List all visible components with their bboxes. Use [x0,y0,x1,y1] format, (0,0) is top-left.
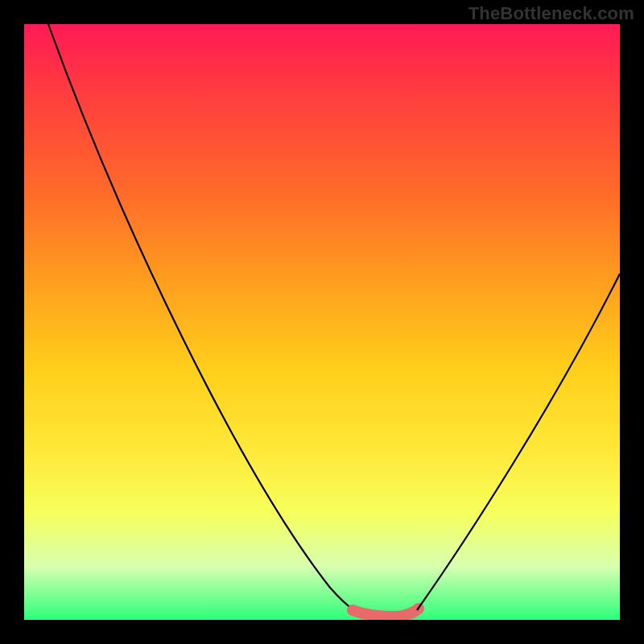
chart-frame: TheBottleneck.com [0,0,644,644]
plot-area [24,24,620,620]
curve-right-branch [417,274,620,610]
curve-layer [24,24,620,620]
curve-left-branch [48,24,356,612]
watermark-text: TheBottleneck.com [469,3,634,24]
optimal-range-highlight [353,609,419,617]
